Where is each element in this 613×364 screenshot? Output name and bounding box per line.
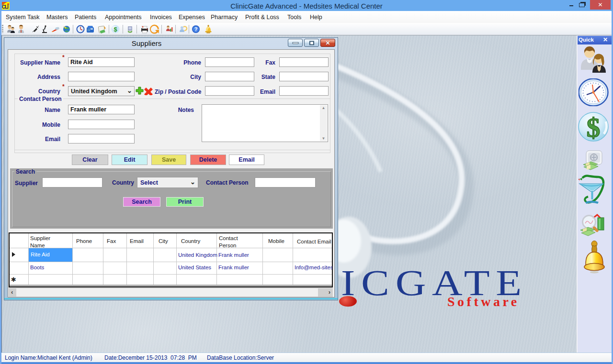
svg-text:$: $	[114, 26, 117, 33]
svg-text:$: $	[587, 112, 601, 142]
svg-text:?: ?	[194, 26, 198, 32]
